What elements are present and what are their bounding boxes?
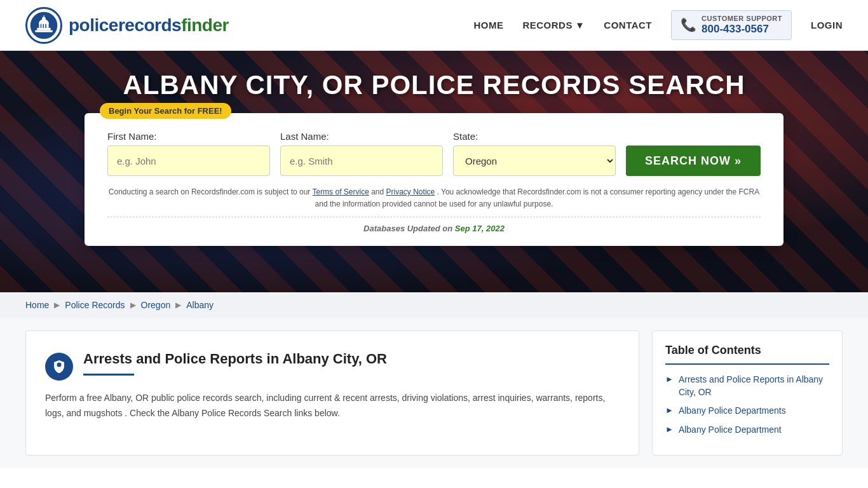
toc-arrow-icon: ► (665, 424, 674, 434)
svg-rect-3 (37, 27, 50, 30)
first-name-group: First Name: (107, 131, 270, 176)
toc-link[interactable]: Albany Police Department (679, 424, 782, 437)
toc-item: ►Albany Police Department (665, 424, 829, 437)
support-info: CUSTOMER SUPPORT 800-433-0567 (702, 15, 782, 36)
nav-contact[interactable]: CONTACT (604, 20, 652, 30)
last-name-input[interactable] (280, 146, 443, 176)
svg-rect-4 (35, 30, 52, 32)
support-label: CUSTOMER SUPPORT (702, 15, 782, 23)
toc-divider (665, 363, 829, 365)
breadcrumb-state[interactable]: Oregon (141, 300, 171, 310)
nav-records[interactable]: RECORDS ▼ (522, 20, 585, 30)
toc-arrow-icon: ► (665, 405, 674, 415)
breadcrumb-police-records[interactable]: Police Records (65, 300, 125, 310)
first-name-input[interactable] (107, 146, 270, 176)
tos-link[interactable]: Terms of Service (312, 187, 369, 196)
toc-title: Table of Contents (665, 344, 829, 357)
customer-support-box: 📞 CUSTOMER SUPPORT 800-433-0567 (671, 10, 792, 41)
breadcrumb-sep-1: ▶ (54, 301, 60, 309)
main-content: Arrests and Police Reports in Albany Cit… (0, 318, 868, 468)
search-form-row: First Name: Last Name: State: AlabamaAla… (107, 131, 761, 176)
search-now-button[interactable]: SEARCH NOW » (626, 146, 761, 176)
svg-point-5 (42, 17, 46, 22)
badge-icon (45, 353, 73, 381)
logo-text: policerecordsfinder (69, 15, 229, 36)
main-nav: HOME RECORDS ▼ CONTACT 📞 CUSTOMER SUPPOR… (473, 10, 843, 41)
title-underline (83, 374, 134, 376)
svg-rect-7 (41, 24, 42, 27)
toc-link[interactable]: Albany Police Departments (679, 405, 786, 417)
shield-badge-icon (51, 359, 67, 374)
nav-home[interactable]: HOME (473, 20, 503, 30)
first-name-label: First Name: (107, 131, 270, 142)
state-group: State: AlabamaAlaskaArizonaArkansasCalif… (453, 131, 616, 176)
breadcrumb-current: Albany (186, 300, 214, 310)
article-title: Arrests and Police Reports in Albany Cit… (83, 350, 387, 369)
hero-content: ALBANY CITY, OR POLICE RECORDS SEARCH Be… (0, 51, 868, 259)
logo-link[interactable]: policerecordsfinder (25, 7, 229, 44)
last-name-group: Last Name: (280, 131, 443, 176)
article-section: Arrests and Police Reports in Albany Cit… (25, 330, 639, 456)
breadcrumb: Home ▶ Police Records ▶ Oregon ▶ Albany (0, 292, 868, 318)
logo-icon (25, 7, 62, 44)
toc-link[interactable]: Arrests and Police Reports in Albany Cit… (679, 374, 829, 398)
last-name-label: Last Name: (280, 131, 443, 142)
privacy-link[interactable]: Privacy Notice (386, 187, 435, 196)
state-select[interactable]: AlabamaAlaskaArizonaArkansasCaliforniaCo… (453, 146, 616, 176)
toc-arrow-icon: ► (665, 374, 674, 384)
svg-rect-8 (43, 24, 44, 27)
table-of-contents: Table of Contents ►Arrests and Police Re… (652, 330, 843, 456)
search-card: Begin Your Search for FREE! First Name: … (85, 113, 783, 246)
svg-rect-9 (45, 24, 46, 27)
support-number: 800-433-0567 (702, 23, 782, 36)
toc-item: ►Arrests and Police Reports in Albany Ci… (665, 374, 829, 398)
breadcrumb-home[interactable]: Home (25, 300, 49, 310)
toc-item: ►Albany Police Departments (665, 405, 829, 417)
db-updated: Databases Updated on Sep 17, 2022 (107, 224, 761, 233)
article-header: Arrests and Police Reports in Albany Cit… (45, 350, 620, 381)
login-button[interactable]: LOGIN (811, 20, 843, 30)
state-label: State: (453, 131, 616, 142)
hero-section: ALBANY CITY, OR POLICE RECORDS SEARCH Be… (0, 51, 868, 292)
headset-icon: 📞 (681, 17, 696, 32)
article-body: Perform a free Albany, OR public police … (45, 391, 620, 421)
free-badge: Begin Your Search for FREE! (100, 103, 231, 119)
site-header: policerecordsfinder HOME RECORDS ▼ CONTA… (0, 0, 868, 51)
hero-title: ALBANY CITY, OR POLICE RECORDS SEARCH (123, 70, 745, 100)
toc-items-container: ►Arrests and Police Reports in Albany Ci… (665, 374, 829, 436)
breadcrumb-sep-2: ▶ (130, 301, 136, 309)
article-title-area: Arrests and Police Reports in Albany Cit… (83, 350, 387, 376)
disclaimer-text: Conducting a search on Recordsfinder.com… (107, 186, 761, 210)
breadcrumb-sep-3: ▶ (175, 301, 181, 309)
chevron-down-icon: ▼ (575, 20, 585, 30)
